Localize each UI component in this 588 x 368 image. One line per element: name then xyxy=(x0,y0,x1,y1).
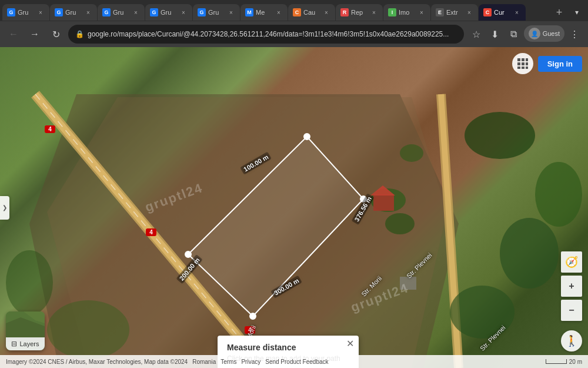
layers-icon-box: ⊟ Layers xyxy=(6,311,45,350)
tab-title: Rep xyxy=(351,9,368,16)
tab-close-button[interactable]: × xyxy=(370,8,378,16)
bookmark-button[interactable]: ☆ xyxy=(467,25,485,43)
road-badge-4-top: 4 xyxy=(45,125,55,133)
tab-favicon: G xyxy=(102,8,111,16)
google-apps-button[interactable] xyxy=(512,53,533,74)
navigation-bar: ← → ↻ 🔒 google.ro/maps/place/Curcani/@44… xyxy=(0,21,588,47)
svg-rect-25 xyxy=(522,62,524,65)
tab-tab9[interactable]: IImo× xyxy=(383,4,430,21)
tab-close-button[interactable]: × xyxy=(227,8,235,16)
report-link[interactable]: Send Product Feedback xyxy=(265,359,328,365)
tab-title: Gru xyxy=(18,9,34,16)
forward-button[interactable]: → xyxy=(26,25,44,43)
map-area[interactable]: gruptl24 gruptl24 4 4 4 100.00 m 376.56 … xyxy=(0,47,588,368)
tab-close-button[interactable]: × xyxy=(275,8,283,16)
layers-thumbnail: ⊟ Layers xyxy=(6,311,45,350)
tab-tab4[interactable]: GGru× xyxy=(145,4,192,21)
tab-favicon: G xyxy=(7,8,15,16)
tab-title: Cur xyxy=(494,9,510,16)
download-button[interactable]: ⬇ xyxy=(486,25,504,43)
expand-arrow-icon: ❯ xyxy=(2,204,7,211)
tab-tab6[interactable]: MMe× xyxy=(240,4,288,21)
privacy-link[interactable]: Privacy xyxy=(241,359,260,365)
zoom-in-button[interactable]: + xyxy=(561,276,582,297)
profile-label: Guest xyxy=(543,30,560,37)
tab-list-button[interactable]: ▾ xyxy=(568,4,586,21)
tab-title: Gru xyxy=(65,9,82,16)
tab-title: Gru xyxy=(161,9,177,16)
sign-in-button[interactable]: Sign in xyxy=(538,56,582,72)
tab-tab2[interactable]: GGru× xyxy=(50,4,97,21)
svg-rect-30 xyxy=(6,311,45,342)
scale-indicator: 20 m xyxy=(546,359,582,365)
tab-favicon: G xyxy=(150,8,158,16)
new-tab-button[interactable]: + xyxy=(551,4,567,21)
layers-label: Layers xyxy=(19,340,39,347)
svg-point-13 xyxy=(450,286,514,339)
svg-rect-29 xyxy=(526,67,528,69)
svg-rect-21 xyxy=(517,58,520,61)
terms-link[interactable]: Terms xyxy=(220,359,236,365)
compass-button[interactable]: 🧭 xyxy=(561,251,582,273)
svg-point-9 xyxy=(400,144,423,162)
tab-title: Imo xyxy=(399,9,415,16)
svg-rect-28 xyxy=(522,67,524,69)
svg-point-8 xyxy=(385,213,415,234)
pegman-button[interactable]: 🚶 xyxy=(561,330,582,352)
svg-point-11 xyxy=(500,218,559,289)
tab-close-button[interactable]: × xyxy=(513,8,521,16)
tab-favicon: G xyxy=(198,8,206,16)
tab-close-button[interactable]: × xyxy=(36,8,45,16)
tab-close-button[interactable]: × xyxy=(132,8,140,16)
tab-close-button[interactable]: × xyxy=(417,8,426,16)
svg-point-3 xyxy=(304,134,310,140)
browser-menu-button[interactable]: ⋮ xyxy=(566,25,583,43)
road-badge-4-mid: 4 xyxy=(146,228,156,236)
tab-favicon: R xyxy=(340,8,349,16)
tab-tab1[interactable]: GGru× xyxy=(2,4,49,21)
svg-point-6 xyxy=(185,251,191,257)
svg-rect-24 xyxy=(517,62,520,65)
address-bar[interactable]: 🔒 google.ro/maps/place/Curcani/@44.20734… xyxy=(68,25,464,44)
tab-view-button[interactable]: ⧉ xyxy=(505,25,523,43)
road-badge-4-bot: 4 xyxy=(245,326,255,334)
map-top-right-controls: Sign in xyxy=(512,53,582,74)
tab-title: Extr xyxy=(446,9,463,16)
expand-sidebar-button[interactable]: ❯ xyxy=(0,196,9,220)
measure-popup-close-button[interactable]: ✕ xyxy=(346,339,354,349)
imagery-attribution: Imagery ©2024 CNES / Airbus, Maxar Techn… xyxy=(6,359,188,365)
refresh-button[interactable]: ↻ xyxy=(47,25,65,43)
tab-close-button[interactable]: × xyxy=(179,8,188,16)
layers-button[interactable]: ⊟ Layers xyxy=(6,311,45,350)
tab-close-button[interactable]: × xyxy=(465,8,473,16)
scale-box: 20 m xyxy=(546,359,582,365)
tab-favicon: G xyxy=(55,8,63,16)
tab-favicon: E xyxy=(436,8,444,16)
tab-title: Me xyxy=(256,9,272,16)
tab-tab8[interactable]: RRep× xyxy=(336,4,383,21)
tab-favicon: C xyxy=(483,8,492,16)
back-button[interactable]: ← xyxy=(5,25,22,43)
tab-tab11[interactable]: CCur× xyxy=(479,4,526,21)
tab-favicon: I xyxy=(388,8,396,16)
svg-marker-32 xyxy=(24,311,45,323)
pegman-icon: 🚶 xyxy=(565,334,578,347)
bottom-bar: Imagery ©2024 CNES / Airbus, Maxar Techn… xyxy=(0,355,588,368)
profile-avatar: 👤 xyxy=(529,28,540,39)
tab-tab5[interactable]: GGru× xyxy=(193,4,240,21)
nav-right-buttons: ☆ ⬇ ⧉ 👤 Guest ⋮ xyxy=(467,25,583,43)
country-label: Romania xyxy=(192,359,216,365)
tab-tab3[interactable]: GGru× xyxy=(98,4,145,21)
tab-close-button[interactable]: × xyxy=(84,8,92,16)
svg-rect-26 xyxy=(526,62,528,65)
tab-tab10[interactable]: EExtr× xyxy=(431,4,478,21)
tab-title: Gru xyxy=(113,9,129,16)
svg-point-12 xyxy=(535,162,582,227)
svg-rect-23 xyxy=(526,58,528,61)
profile-button[interactable]: 👤 Guest xyxy=(524,25,564,42)
address-text: google.ro/maps/place/Curcani/@44.2073428… xyxy=(88,30,457,38)
tab-close-button[interactable]: × xyxy=(322,8,330,16)
zoom-out-button[interactable]: − xyxy=(561,300,582,321)
svg-point-5 xyxy=(250,313,256,319)
tab-tab7[interactable]: CCau× xyxy=(288,4,335,21)
